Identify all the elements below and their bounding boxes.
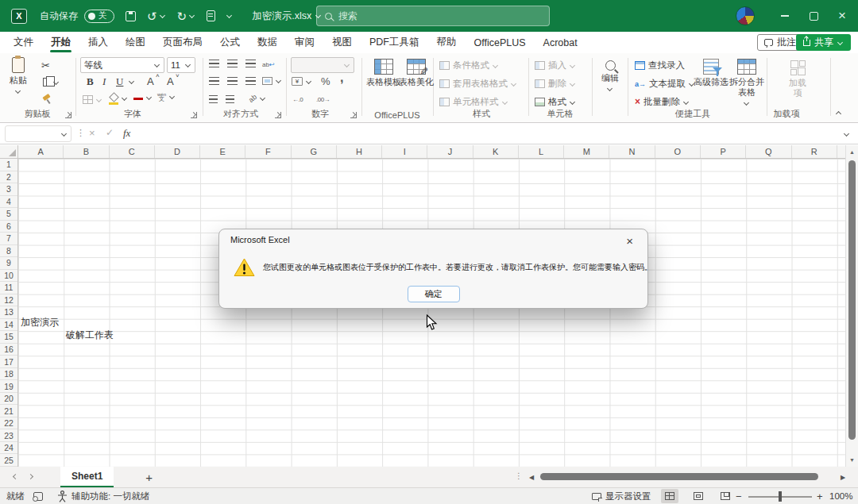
- share-button[interactable]: 共享: [796, 34, 851, 51]
- ribbon-tab-1[interactable]: 开始: [42, 32, 79, 53]
- dialog-ok-button[interactable]: 确定: [408, 286, 460, 302]
- insert-cells-button[interactable]: 插入: [535, 60, 576, 71]
- align-top-button[interactable]: [209, 60, 219, 67]
- row-header-4[interactable]: 5: [0, 208, 17, 221]
- autosave-toggle[interactable]: 关: [84, 10, 114, 23]
- text-extract-button[interactable]: 文本提取: [635, 78, 695, 90]
- conditional-format-button[interactable]: 条件格式: [439, 60, 499, 71]
- drag-handle-icon[interactable]: [76, 128, 85, 138]
- ribbon-tab-5[interactable]: 公式: [211, 32, 249, 53]
- scroll-left-icon[interactable]: ◀: [529, 474, 534, 481]
- borders-button[interactable]: [83, 95, 102, 104]
- clipboard-dialog-launcher-icon[interactable]: [65, 112, 72, 118]
- macro-record-button[interactable]: [33, 488, 43, 504]
- collapse-ribbon-icon[interactable]: [836, 110, 842, 116]
- phonetic-button[interactable]: [157, 93, 176, 101]
- display-settings-button[interactable]: 显示器设置: [592, 488, 651, 504]
- wrap-text-button[interactable]: [262, 58, 275, 69]
- formula-input[interactable]: [140, 125, 837, 142]
- row-header-18[interactable]: 19: [0, 380, 17, 393]
- column-header-7[interactable]: H: [337, 145, 382, 158]
- column-header-9[interactable]: J: [427, 145, 473, 158]
- cut-button[interactable]: [41, 60, 50, 71]
- underline-button[interactable]: U: [114, 75, 135, 88]
- grow-font-button[interactable]: A: [145, 75, 157, 87]
- italic-button[interactable]: I: [100, 75, 108, 88]
- bold-button[interactable]: B: [84, 75, 96, 88]
- ribbon-tab-0[interactable]: 文件: [5, 32, 42, 53]
- format-painter-button[interactable]: [42, 94, 52, 104]
- accessibility-status[interactable]: 辅助功能: 一切就绪: [57, 488, 149, 504]
- align-bottom-button[interactable]: [245, 60, 256, 67]
- previous-sheet-icon[interactable]: [11, 474, 17, 480]
- cell-b3[interactable]: 破解工作表: [66, 329, 114, 341]
- row-header-24[interactable]: 25: [0, 454, 17, 467]
- zoom-in-button[interactable]: [817, 488, 823, 504]
- confirm-entry-icon[interactable]: [106, 127, 114, 138]
- increase-indent-button[interactable]: [226, 95, 234, 103]
- vertical-scrollbar-thumb[interactable]: [848, 160, 856, 440]
- batch-delete-button[interactable]: 批量删除: [635, 96, 690, 108]
- ribbon-tab-2[interactable]: 插入: [79, 32, 117, 53]
- row-header-20[interactable]: 21: [0, 405, 17, 417]
- decrease-indent-button[interactable]: [209, 95, 218, 103]
- zoom-slider-thumb[interactable]: [779, 491, 782, 502]
- format-as-table-button[interactable]: 套用表格格式: [439, 78, 517, 90]
- cell-a2[interactable]: 加密演示: [21, 317, 59, 329]
- column-header-15[interactable]: P: [701, 145, 746, 158]
- align-middle-button[interactable]: [227, 60, 238, 67]
- fill-color-button[interactable]: [109, 94, 128, 103]
- copy-button[interactable]: [43, 78, 60, 87]
- minimize-button[interactable]: [772, 0, 798, 32]
- splitter-handle-icon[interactable]: [515, 471, 523, 480]
- ribbon-tab-10[interactable]: 帮助: [428, 32, 466, 53]
- align-left-button[interactable]: [209, 77, 219, 85]
- row-header-8[interactable]: 9: [0, 257, 17, 270]
- number-dialog-launcher-icon[interactable]: [350, 112, 357, 118]
- edit-button[interactable]: 编辑: [594, 60, 626, 92]
- row-header-23[interactable]: 24: [0, 442, 17, 455]
- row-header-22[interactable]: 23: [0, 429, 17, 442]
- font-dialog-launcher-icon[interactable]: [191, 112, 197, 118]
- ribbon-tab-8[interactable]: 视图: [323, 32, 361, 53]
- print-preview-button[interactable]: [207, 10, 215, 21]
- redo-button[interactable]: [177, 10, 196, 22]
- row-header-21[interactable]: 22: [0, 417, 17, 430]
- row-header-19[interactable]: 20: [0, 393, 17, 406]
- column-header-13[interactable]: N: [609, 145, 655, 158]
- column-header-3[interactable]: D: [155, 145, 200, 158]
- insert-function-icon[interactable]: fx: [123, 127, 130, 140]
- ribbon-tab-9[interactable]: PDF工具箱: [361, 32, 428, 53]
- row-header-0[interactable]: 1: [0, 159, 17, 171]
- paste-button[interactable]: 粘贴: [10, 57, 27, 94]
- page-break-view-button[interactable]: [717, 489, 734, 503]
- close-button[interactable]: [829, 0, 855, 32]
- ribbon-tab-12[interactable]: Acrobat: [535, 32, 586, 53]
- file-name[interactable]: 加密演示.xlsx: [252, 10, 322, 23]
- row-header-17[interactable]: 18: [0, 368, 17, 381]
- row-header-5[interactable]: 6: [0, 221, 17, 233]
- decrease-decimal-button[interactable]: [316, 96, 330, 103]
- zoom-out-button[interactable]: [736, 488, 742, 504]
- column-header-12[interactable]: M: [564, 145, 609, 158]
- ribbon-tab-7[interactable]: 审阅: [286, 32, 323, 53]
- horizontal-scrollbar-thumb[interactable]: [540, 473, 818, 480]
- comma-style-button[interactable]: ,: [340, 74, 343, 82]
- column-header-11[interactable]: L: [519, 145, 564, 158]
- delete-cells-button[interactable]: 删除: [535, 78, 576, 90]
- chevron-down-icon[interactable]: [189, 13, 195, 19]
- advanced-filter-button[interactable]: 高级筛选: [693, 59, 729, 87]
- select-all-corner[interactable]: [0, 145, 18, 159]
- new-sheet-icon[interactable]: [145, 471, 153, 484]
- sheet-tab-sheet1[interactable]: Sheet1: [60, 467, 114, 487]
- increase-decimal-button[interactable]: [292, 96, 303, 103]
- split-merge-table-button[interactable]: 拆分合并表格: [728, 59, 766, 106]
- zoom-level-button[interactable]: 100%: [829, 488, 852, 504]
- merge-center-button[interactable]: [262, 77, 282, 85]
- scroll-right-icon[interactable]: ▶: [841, 474, 845, 481]
- column-header-8[interactable]: I: [382, 145, 427, 158]
- save-button[interactable]: [126, 11, 136, 21]
- customize-qat-button[interactable]: [226, 13, 233, 19]
- column-header-5[interactable]: F: [245, 145, 291, 158]
- column-header-2[interactable]: C: [110, 145, 155, 158]
